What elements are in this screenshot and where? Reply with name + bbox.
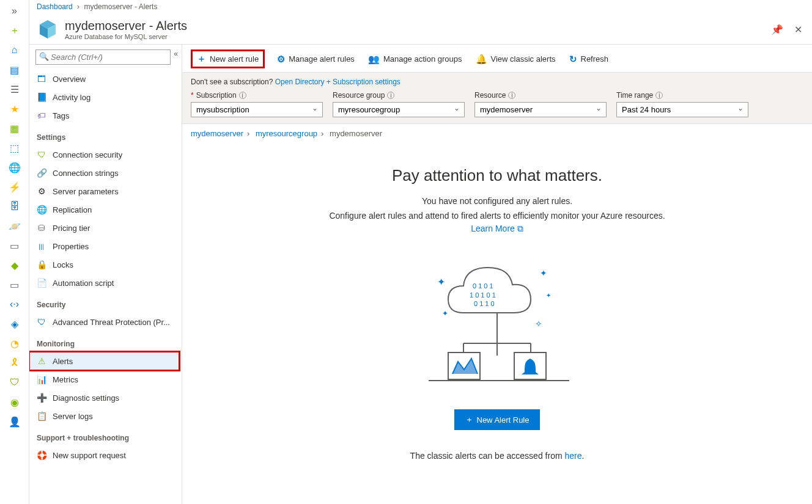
expand-rail-icon[interactable]: » xyxy=(9,5,21,17)
security-center-icon[interactable]: 🛡 xyxy=(9,376,21,389)
menu-search-input[interactable] xyxy=(35,49,171,65)
manage-alert-rules-button[interactable]: ⚙Manage alert rules xyxy=(277,54,355,65)
sidebar-label: Tags xyxy=(53,111,69,120)
note-text: Don't see a subscription? xyxy=(191,78,275,86)
alerts-illustration: 0 1 0 1 1 0 1 0 1 0 1 1 0 ✦✦✦✦✧ xyxy=(405,255,589,385)
sidebar-label: Automation script xyxy=(53,279,114,288)
new-alert-rule-button[interactable]: ＋New alert rule xyxy=(192,51,264,67)
alerts-icon: ⚠ xyxy=(37,356,46,366)
page-subtitle: Azure Database for MySQL server xyxy=(65,33,187,40)
function-icon[interactable]: ⚡ xyxy=(9,181,21,193)
overview-icon: 🗔 xyxy=(37,74,46,84)
metrics-icon: 📊 xyxy=(37,374,46,384)
support-icon: 🛟 xyxy=(37,450,46,460)
breadcrumb-sep: › xyxy=(77,2,79,11)
toolbar-label: Manage alert rules xyxy=(289,54,355,64)
subscription-select[interactable]: mysubscription xyxy=(191,102,323,117)
svg-text:✦: ✦ xyxy=(442,309,448,318)
cdn-icon[interactable]: ◈ xyxy=(9,318,21,330)
sidebar-label: Server parameters xyxy=(53,187,119,196)
sidebar-item-atp[interactable]: 🛡Advanced Threat Protection (Pr... xyxy=(29,313,179,331)
new-alert-rule-primary-button[interactable]: ＋New Alert Rule xyxy=(454,409,541,430)
plus-icon: ＋ xyxy=(197,53,206,65)
grid-icon[interactable]: ▦ xyxy=(9,122,21,134)
sidebar-label: Diagnostic settings xyxy=(53,393,119,403)
breadcrumb: Dashboard › mydemoserver - Alerts xyxy=(29,0,812,15)
toolbar-label: New alert rule xyxy=(210,54,259,64)
view-classic-alerts-button[interactable]: 🔔View classic alerts xyxy=(476,54,556,65)
manage-action-groups-button[interactable]: 👥Manage action groups xyxy=(368,54,462,65)
home-icon[interactable]: ⌂ xyxy=(9,44,21,56)
resource-label: Resourcei xyxy=(474,91,607,100)
atp-icon: 🛡 xyxy=(37,317,46,327)
info-icon[interactable]: i xyxy=(508,92,515,99)
load-balancer-icon[interactable]: ◆ xyxy=(9,259,21,271)
tags-icon: 🏷 xyxy=(37,111,46,120)
scope-resource: mydemoserver xyxy=(330,129,382,138)
sql-icon[interactable]: 🗄 xyxy=(9,200,21,213)
monitor-icon[interactable]: ◉ xyxy=(9,396,21,408)
sidebar-item-properties[interactable]: ⫼Properties xyxy=(29,237,179,255)
cost-icon[interactable]: 🎗 xyxy=(9,357,21,369)
refresh-button[interactable]: ↻Refresh xyxy=(569,54,609,65)
page-title: mydemoserver - Alerts xyxy=(65,19,187,33)
breadcrumb-root[interactable]: Dashboard xyxy=(37,2,73,11)
svg-text:0 1 1 0: 0 1 1 0 xyxy=(474,300,495,307)
sidebar-item-tags[interactable]: 🏷Tags xyxy=(29,106,179,125)
bell-icon: 🔔 xyxy=(476,54,487,65)
help-icon[interactable]: 👤 xyxy=(9,415,21,428)
classic-alerts-link[interactable]: here xyxy=(564,451,581,461)
sidebar-item-connection-strings[interactable]: 🔗Connection strings xyxy=(29,164,179,182)
sidebar-item-replication[interactable]: 🌐Replication xyxy=(29,200,179,219)
time-range-select[interactable]: Past 24 hours xyxy=(616,102,748,117)
resource-select[interactable]: mydemoserver xyxy=(474,102,607,117)
sidebar-item-automation-script[interactable]: 📄Automation script xyxy=(29,274,179,292)
info-icon[interactable]: i xyxy=(239,92,246,99)
vm-icon[interactable]: ▭ xyxy=(9,239,21,252)
people-icon: 👥 xyxy=(368,54,380,65)
sidebar-item-alerts[interactable]: ⚠Alerts xyxy=(29,352,179,370)
pin-icon[interactable]: 📌 xyxy=(771,24,783,35)
dashboard-icon[interactable]: ▤ xyxy=(9,64,21,76)
global-nav-rail: » ＋ ⌂ ▤ ☰ ★ ▦ ⬚ 🌐 ⚡ 🗄 🪐 ▭ ◆ ▭ ‹·› ◈ ◔ 🎗 … xyxy=(0,0,29,504)
svg-text:1 0 1 0 1: 1 0 1 0 1 xyxy=(470,291,496,299)
sidebar-label: Connection strings xyxy=(53,169,119,178)
sidebar-item-activity-log[interactable]: 📘Activity log xyxy=(29,88,179,106)
sidebar-item-locks[interactable]: 🔒Locks xyxy=(29,255,179,274)
advisor-icon[interactable]: ◔ xyxy=(9,337,21,349)
sidebar-label: Properties xyxy=(53,242,89,251)
network-icon[interactable]: ‹·› xyxy=(9,298,21,310)
toolbar: ＋New alert rule ⚙Manage alert rules 👥Man… xyxy=(182,45,812,73)
info-icon[interactable]: i xyxy=(655,92,663,99)
sidebar-label: Metrics xyxy=(53,375,78,384)
sidebar-item-connection-security[interactable]: 🛡Connection security xyxy=(29,145,179,164)
info-icon[interactable]: i xyxy=(387,92,394,99)
search-icon: 🔍 xyxy=(39,52,49,61)
sidebar-item-overview[interactable]: 🗔Overview xyxy=(29,70,179,88)
sidebar-label: Connection security xyxy=(53,150,122,159)
resource-group-select[interactable]: myresourcegroup xyxy=(333,102,465,117)
sidebar-item-pricing-tier[interactable]: ⛁Pricing tier xyxy=(29,219,179,237)
toolbar-label: Manage action groups xyxy=(383,54,462,64)
gear-icon: ⚙ xyxy=(37,186,46,196)
svg-rect-7 xyxy=(448,352,480,379)
sidebar-item-metrics[interactable]: 📊Metrics xyxy=(29,370,179,389)
close-icon[interactable]: ✕ xyxy=(794,24,802,35)
sidebar-item-diagnostic[interactable]: ➕Diagnostic settings xyxy=(29,389,179,407)
sidebar-item-new-support[interactable]: 🛟New support request xyxy=(29,446,179,464)
learn-more-link[interactable]: Learn More ⧉ xyxy=(471,224,523,233)
sidebar-item-server-parameters[interactable]: ⚙Server parameters xyxy=(29,182,179,200)
favorites-star-icon[interactable]: ★ xyxy=(9,103,21,115)
sidebar-label: Advanced Threat Protection (Pr... xyxy=(53,318,170,327)
scope-sub-link[interactable]: mydemoserver xyxy=(191,129,243,138)
directory-settings-link[interactable]: Open Directory + Subscription settings xyxy=(275,78,400,86)
cube-icon[interactable]: ⬚ xyxy=(9,142,21,154)
scope-rg-link[interactable]: myresourcegroup xyxy=(256,129,317,138)
all-services-icon[interactable]: ☰ xyxy=(9,83,21,95)
sidebar-label: Activity log xyxy=(53,93,90,102)
globe-icon[interactable]: 🌐 xyxy=(9,161,21,173)
storage-icon[interactable]: ▭ xyxy=(9,279,21,291)
cosmos-icon[interactable]: 🪐 xyxy=(9,220,21,232)
create-resource-icon[interactable]: ＋ xyxy=(9,24,21,37)
sidebar-item-server-logs[interactable]: 📋Server logs xyxy=(29,407,179,425)
